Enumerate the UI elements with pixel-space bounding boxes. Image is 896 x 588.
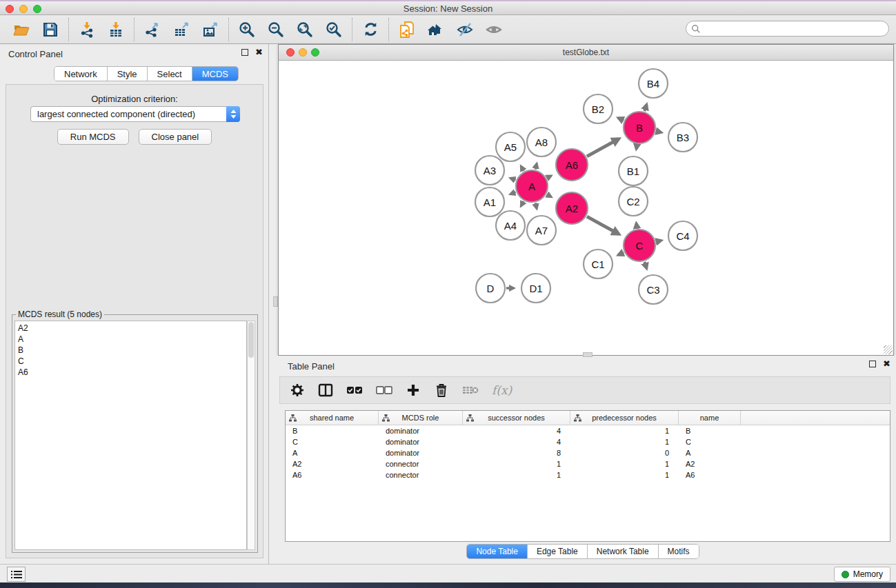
edge-A-A4[interactable] (521, 201, 524, 206)
cell[interactable]: A6 (679, 469, 741, 480)
mcds-result-item[interactable]: A (15, 334, 246, 345)
export-table-button[interactable] (167, 17, 196, 42)
edge-A-A5[interactable] (521, 166, 524, 171)
resize-grip[interactable] (884, 345, 893, 354)
tab-edge-table[interactable]: Edge Table (528, 545, 588, 558)
mcds-result-item[interactable]: B (15, 345, 246, 356)
mcds-result-item[interactable]: C (15, 356, 246, 367)
close-panel-button[interactable]: Close panel (139, 129, 212, 145)
tab-style[interactable]: Style (108, 67, 148, 81)
cell[interactable]: 1 (570, 436, 679, 447)
app-titlebar[interactable]: Session: New Session (0, 1, 896, 15)
zoom-in-button[interactable] (232, 17, 261, 42)
column-header-successor-nodes[interactable]: successor nodes (463, 411, 570, 425)
cell[interactable]: 1 (570, 469, 679, 480)
edge-A-A8[interactable] (535, 163, 537, 169)
column-header-name[interactable]: name (679, 411, 741, 425)
mcds-result-item[interactable]: A2 (15, 323, 246, 334)
cell[interactable]: C (679, 436, 741, 447)
edge-A-A2[interactable] (547, 194, 551, 197)
tab-motifs[interactable]: Motifs (659, 545, 699, 558)
cell[interactable]: A (679, 447, 741, 458)
tab-network[interactable]: Network (54, 67, 108, 81)
refresh-network-button[interactable] (356, 17, 385, 42)
edge-B-B4[interactable] (645, 105, 647, 112)
delete-columns-button[interactable] (434, 382, 449, 398)
edge-C-C1[interactable] (618, 252, 624, 255)
edge-B-B2[interactable] (618, 118, 624, 121)
scrollbar-thumb[interactable] (248, 322, 254, 358)
criterion-select[interactable]: largest connected component (directed) (30, 106, 240, 122)
cell[interactable]: A2 (286, 458, 379, 469)
float-table-panel-icon[interactable] (869, 361, 876, 367)
export-image-button[interactable] (196, 17, 225, 42)
tab-node-table[interactable]: Node Table (467, 545, 528, 558)
column-header-mcds-role[interactable]: MCDS role (379, 411, 463, 425)
cell[interactable]: dominator (379, 447, 463, 458)
edge-A6-B[interactable] (587, 139, 619, 156)
cell[interactable]: 8 (463, 447, 570, 458)
cell[interactable]: 1 (463, 469, 570, 480)
close-table-panel-icon[interactable]: ✖ (883, 361, 890, 367)
close-panel-icon[interactable]: ✖ (255, 49, 263, 56)
import-network-button[interactable] (72, 17, 101, 42)
mcds-result-item[interactable]: A6 (15, 367, 246, 378)
cell[interactable]: C (286, 436, 379, 447)
cell[interactable]: dominator (379, 425, 463, 436)
task-history-button[interactable] (7, 567, 26, 582)
cell[interactable]: B (286, 425, 379, 436)
cell[interactable]: 1 (570, 458, 679, 469)
create-column-button[interactable] (406, 382, 421, 398)
show-all-button[interactable] (479, 17, 508, 42)
run-mcds-button[interactable]: Run MCDS (57, 129, 129, 145)
edge-A-A1[interactable] (510, 192, 516, 194)
edge-A-A6[interactable] (547, 176, 551, 178)
cell[interactable]: dominator (379, 436, 463, 447)
delete-table-button[interactable] (462, 382, 479, 398)
network-window-titlebar[interactable]: testGlobe.txt (279, 45, 893, 61)
search-field[interactable] (686, 21, 889, 37)
edge-C-C4[interactable] (656, 241, 661, 242)
edge-C-C2[interactable] (637, 223, 637, 229)
edge-C-C3[interactable] (645, 262, 647, 269)
memory-button[interactable]: Memory (834, 567, 890, 582)
horizontal-split-grabber[interactable] (583, 352, 593, 357)
export-network-button[interactable] (138, 17, 167, 42)
zoom-selected-button[interactable] (319, 17, 348, 42)
deselect-all-button[interactable] (376, 382, 392, 398)
cell[interactable]: 4 (463, 436, 570, 447)
network-from-file-button[interactable] (392, 17, 421, 42)
table-settings-button[interactable] (290, 382, 305, 398)
table-row-A6[interactable]: A6connector11A6 (286, 469, 890, 480)
vertical-split-grabber[interactable] (273, 296, 278, 307)
result-list-scrollbar[interactable] (247, 321, 255, 550)
zoom-fit-button[interactable] (290, 17, 319, 42)
tab-network-table[interactable]: Network Table (588, 545, 659, 558)
hide-selected-button[interactable] (450, 17, 479, 42)
cell[interactable]: 1 (570, 425, 679, 436)
import-table-button[interactable] (101, 17, 130, 42)
tab-select[interactable]: Select (148, 67, 192, 81)
cell[interactable]: A2 (679, 458, 741, 469)
edge-A-A3[interactable] (510, 178, 516, 180)
cell[interactable]: A6 (286, 469, 379, 480)
column-header-shared-name[interactable]: shared name (286, 411, 379, 425)
table-row-C[interactable]: Cdominator41C (286, 436, 890, 447)
home-view-button[interactable] (421, 17, 450, 42)
mcds-result-list[interactable]: A2ABCA6 (14, 321, 247, 550)
search-input[interactable] (701, 22, 888, 35)
cell[interactable]: connector (379, 458, 463, 469)
float-panel-icon[interactable] (241, 49, 248, 56)
cell[interactable]: B (679, 425, 741, 436)
edge-A-A7[interactable] (535, 203, 537, 208)
split-panel-button[interactable] (318, 382, 333, 398)
function-builder-button[interactable]: f(x) (492, 382, 512, 398)
table-row-A2[interactable]: A2connector11A2 (286, 458, 890, 469)
cell[interactable]: connector (379, 469, 463, 480)
cell[interactable]: 4 (463, 425, 570, 436)
open-file-button[interactable] (7, 17, 36, 42)
edge-A2-C[interactable] (587, 216, 619, 234)
network-canvas[interactable]: AA1A2A3A4A5A6A7A8BB1B2B3B4CC1C2C3C4DD1 (279, 61, 893, 355)
cell[interactable]: 0 (570, 447, 679, 458)
select-all-button[interactable] (346, 382, 363, 398)
